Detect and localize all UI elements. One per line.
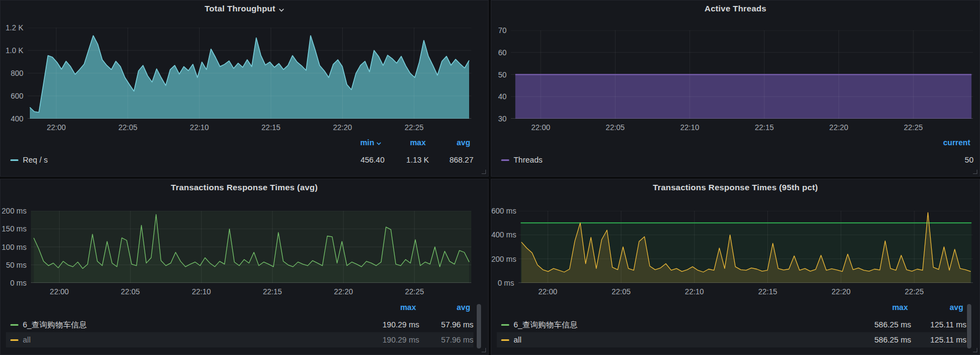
series-name[interactable]: 6_查询购物车信息 [514, 320, 578, 330]
legend-row[interactable]: all586.25 ms125.11 ms [497, 332, 966, 347]
panel-resize-handle[interactable] [973, 170, 977, 174]
y-tick-label: 150 ms [1, 224, 27, 233]
x-tick-label: 22:05 [606, 123, 625, 132]
series-color-dash-icon [501, 159, 509, 161]
legend-column-header-max[interactable]: max [362, 303, 416, 312]
panel-title[interactable]: Total Throughput [1, 4, 488, 14]
series-name[interactable]: Threads [514, 156, 542, 164]
legend-stat-value: 190.29 ms [365, 320, 419, 329]
plot-area[interactable] [511, 30, 973, 119]
legend-row[interactable]: 6_查询购物车信息586.25 ms125.11 ms [497, 317, 966, 332]
legend-row[interactable]: 6_查询购物车信息190.29 ms57.96 ms [6, 317, 473, 332]
panel-title-text: Active Threads [704, 4, 766, 13]
chart-canvas [511, 30, 973, 119]
legend-stat-value: 868.27 [429, 156, 473, 164]
series-name[interactable]: Req / s [23, 156, 48, 164]
legend-row[interactable]: Threads50 [497, 152, 973, 167]
legend-column-header-min[interactable]: min [337, 138, 381, 147]
legend-stat-value: 190.29 ms [365, 335, 419, 344]
y-tick-label: 1.0 K [1, 46, 23, 55]
y-tick-label: 30 [491, 114, 507, 123]
plot-area[interactable] [518, 211, 973, 283]
y-tick-label: 200 ms [1, 206, 27, 215]
x-tick-label: 22:15 [755, 123, 774, 132]
legend-header: maxavg [500, 303, 963, 312]
legend-scrollbar[interactable] [477, 304, 481, 348]
legend-row[interactable]: all190.29 ms57.96 ms [6, 332, 473, 347]
series-name[interactable]: all [23, 335, 31, 344]
panel-active-threads: Active Threads 304050607022:0022:0522:10… [491, 0, 980, 177]
x-tick-label: 22:05 [612, 287, 631, 296]
y-tick-label: 600 [1, 92, 23, 100]
series-color-dash-icon [501, 324, 509, 326]
x-tick-label: 22:05 [118, 123, 137, 132]
panel-title[interactable]: Transactions Response Times (avg) [1, 183, 488, 192]
legend-column-header-max[interactable]: max [381, 138, 426, 147]
panel-title-text: Total Throughput [204, 4, 275, 13]
plot-area[interactable] [31, 211, 471, 283]
x-tick-label: 22:15 [263, 287, 282, 296]
legend-row[interactable]: Req / s456.401.13 K868.27 [6, 152, 473, 167]
x-tick-label: 22:00 [531, 123, 550, 132]
x-tick-label: 22:20 [334, 287, 353, 296]
y-tick-label: 800 [1, 69, 23, 78]
x-tick-label: 22:20 [831, 287, 850, 296]
legend-stat-value: 456.40 [340, 156, 385, 164]
series-area [34, 215, 469, 283]
legend-column-header-current[interactable]: current [926, 138, 970, 147]
series-name[interactable]: 6_查询购物车信息 [23, 320, 87, 330]
x-tick-label: 22:05 [121, 287, 140, 296]
legend-stat-value: 586.25 ms [856, 320, 911, 329]
legend-column-header-max[interactable]: max [853, 303, 908, 312]
legend-column-label: max [892, 303, 908, 312]
legend-column-label: min [360, 138, 374, 147]
series-name[interactable]: all [514, 335, 522, 344]
legend-header: current [500, 138, 970, 147]
x-tick-label: 22:25 [904, 123, 923, 132]
x-tick-label: 22:10 [190, 123, 209, 132]
panel-resize-handle[interactable] [973, 348, 977, 352]
series-color-dash-icon [10, 159, 18, 161]
y-tick-label: 60 [491, 48, 507, 57]
legend-stat-value: 586.25 ms [856, 335, 911, 344]
x-tick-label: 22:15 [261, 123, 280, 132]
x-tick-label: 22:00 [50, 287, 69, 296]
y-tick-label: 600 ms [491, 206, 514, 215]
legend-stat-value: 50 [929, 156, 973, 164]
panel-title[interactable]: Transactions Response Times (95th pct) [491, 183, 979, 192]
legend-column-header-avg[interactable]: avg [426, 138, 470, 147]
legend-column-label: current [943, 138, 970, 147]
legend-column-label: avg [950, 303, 963, 312]
x-tick-label: 22:25 [405, 287, 424, 296]
panel-response-times-avg: Transactions Response Times (avg) 0 ms50… [0, 179, 489, 355]
series-color-dash-icon [10, 324, 18, 326]
series-area [30, 36, 469, 119]
y-tick-label: 400 [1, 114, 23, 123]
legend-scrollbar[interactable] [967, 304, 971, 348]
y-tick-label: 400 ms [491, 230, 514, 239]
chart-canvas [518, 211, 973, 283]
panel-title[interactable]: Active Threads [491, 4, 979, 14]
panel-title-text: Transactions Response Times (95th pct) [653, 183, 818, 192]
y-tick-label: 0 ms [1, 279, 27, 287]
panel-resize-handle[interactable] [482, 348, 486, 352]
legend-header: minmaxavg [9, 138, 470, 147]
x-tick-label: 22:25 [405, 123, 424, 132]
legend-column-header-avg[interactable]: avg [416, 303, 470, 312]
legend-stat-value: 57.96 ms [419, 320, 473, 329]
x-tick-label: 22:00 [539, 287, 558, 296]
legend-stat-value: 57.96 ms [419, 335, 473, 344]
x-tick-label: 22:15 [758, 287, 777, 296]
x-tick-label: 22:10 [192, 287, 211, 296]
panel-resize-handle[interactable] [482, 170, 486, 174]
sort-chevron-down-icon [376, 138, 381, 147]
plot-area[interactable] [28, 28, 471, 119]
legend-column-label: avg [457, 303, 470, 312]
y-tick-label: 50 [491, 70, 507, 79]
y-tick-label: 1.2 K [1, 23, 23, 32]
x-tick-label: 22:10 [680, 123, 699, 132]
chart-canvas [28, 28, 471, 119]
legend-column-label: avg [457, 138, 470, 147]
y-tick-label: 40 [491, 92, 507, 101]
legend-column-header-avg[interactable]: avg [908, 303, 963, 312]
